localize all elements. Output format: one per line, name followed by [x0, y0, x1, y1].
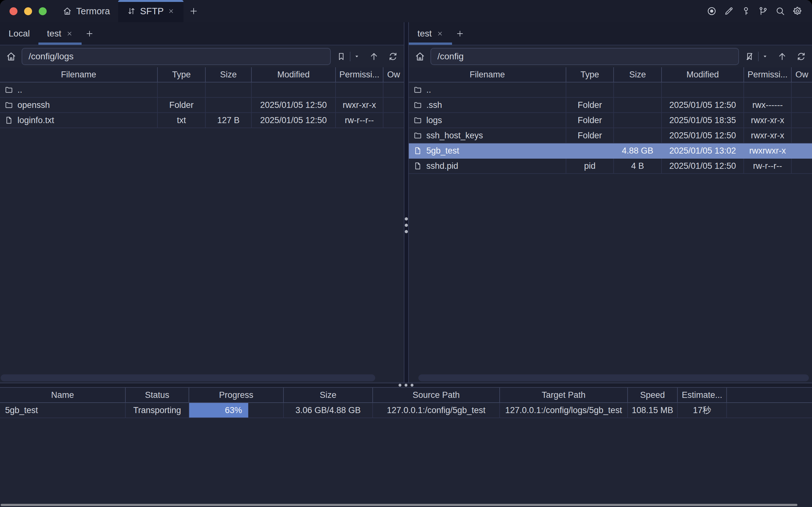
column-header-size[interactable]: Size: [206, 67, 252, 82]
column-header-modified[interactable]: Modified: [662, 67, 744, 82]
file-row-logs[interactable]: logs Folder 2025/01/05 18:35 rwxr-xr-x: [409, 113, 812, 128]
right-horizontal-scrollbar[interactable]: [410, 374, 810, 381]
folder-icon: [413, 116, 422, 125]
new-pane-tab-button[interactable]: [456, 30, 464, 38]
toolbar-divider: [758, 52, 759, 61]
transfer-table: Name Status Progress Size Source Path Ta…: [0, 388, 812, 418]
size-cell: [614, 113, 662, 127]
column-header-size[interactable]: Size: [614, 67, 662, 82]
file-name: logs: [426, 115, 442, 125]
column-header-target-path[interactable]: Target Path: [500, 388, 628, 402]
left-horizontal-scrollbar[interactable]: [1, 374, 402, 381]
column-header-type[interactable]: Type: [158, 67, 206, 82]
search-icon[interactable]: [775, 6, 785, 16]
refresh-icon[interactable]: [388, 51, 398, 62]
transfer-estimate-cell: 17秒: [678, 403, 727, 417]
left-tabstrip: Local test: [0, 22, 404, 45]
left-toolbar: /config/logs: [0, 45, 404, 67]
filename-cell: ..: [0, 82, 158, 97]
active-tab-accent: [118, 0, 183, 2]
owner-cell: [792, 98, 812, 112]
tab-termora[interactable]: Termora: [54, 0, 118, 22]
tab-test-right[interactable]: test: [409, 22, 452, 45]
filename-cell: ..: [409, 82, 566, 97]
owner-cell: [792, 128, 812, 143]
maximize-window-button[interactable]: [39, 7, 47, 15]
toolbar-divider: [350, 52, 350, 61]
close-icon[interactable]: [168, 8, 175, 15]
path-input[interactable]: /config/logs: [21, 48, 331, 65]
edit-icon[interactable]: [724, 6, 734, 16]
minimize-window-button[interactable]: [24, 7, 32, 15]
scrollbar-thumb[interactable]: [1, 374, 375, 381]
caret-down-icon[interactable]: [762, 53, 768, 60]
type-cell: Folder: [566, 128, 614, 143]
modified-cell: 2025/01/05 12:50: [662, 98, 744, 112]
column-header-name[interactable]: Name: [0, 388, 126, 402]
left-file-table: Filename Type Size Modified Permissi... …: [0, 67, 404, 383]
column-header-owner[interactable]: Ow: [792, 67, 812, 82]
file-row-openssh[interactable]: openssh Folder 2025/01/05 12:50 rwxr-xr-…: [0, 98, 404, 113]
record-icon[interactable]: [707, 6, 717, 16]
column-header-speed[interactable]: Speed: [628, 388, 678, 402]
parent-directory-icon[interactable]: [777, 51, 787, 62]
column-header-filename[interactable]: Filename: [409, 67, 566, 82]
column-header-size[interactable]: Size: [284, 388, 373, 402]
key-icon[interactable]: [741, 6, 751, 16]
home-icon[interactable]: [415, 51, 425, 62]
file-row-loginfo[interactable]: loginfo.txt txt 127 B 2025/01/05 12:50 r…: [0, 113, 404, 128]
type-cell: [158, 82, 206, 97]
file-row-parent[interactable]: ..: [0, 82, 404, 98]
file-row-5gb-test-selected[interactable]: 5gb_test 4.88 GB 2025/01/05 13:02 rwxrwx…: [409, 144, 812, 159]
column-header-permissions[interactable]: Permissi...: [744, 67, 792, 82]
branch-icon[interactable]: [758, 6, 768, 16]
caret-down-icon[interactable]: [354, 53, 360, 60]
folder-icon: [4, 101, 13, 109]
file-name: ssh_host_keys: [426, 131, 483, 140]
horizontal-splitter[interactable]: [0, 383, 812, 388]
left-file-pane: Local test /config/logs: [0, 22, 404, 383]
filename-cell: ssh_host_keys: [409, 128, 566, 143]
parent-directory-icon[interactable]: [369, 51, 379, 62]
column-header-status[interactable]: Status: [126, 388, 189, 402]
right-file-pane: test /config Filename Type: [409, 22, 812, 383]
tab-local[interactable]: Local: [0, 22, 39, 45]
file-row-ssh[interactable]: .ssh Folder 2025/01/05 12:50 rwx------: [409, 98, 812, 113]
filename-cell: loginfo.txt: [0, 113, 158, 127]
bookmark-icon[interactable]: [336, 52, 346, 61]
close-window-button[interactable]: [9, 7, 17, 15]
close-icon[interactable]: [66, 30, 73, 37]
type-cell: [566, 144, 614, 158]
column-header-source-path[interactable]: Source Path: [373, 388, 500, 402]
file-row-ssh-host-keys[interactable]: ssh_host_keys Folder 2025/01/05 12:50 rw…: [409, 128, 812, 144]
progress-bar: 63%: [189, 403, 248, 417]
window-horizontal-scrollbar[interactable]: [1, 504, 797, 506]
file-row-parent[interactable]: ..: [409, 82, 812, 98]
settings-icon[interactable]: [792, 6, 803, 16]
new-tab-button[interactable]: [189, 7, 198, 15]
home-icon[interactable]: [6, 51, 16, 62]
file-icon: [413, 146, 422, 155]
tab-test-left[interactable]: test: [39, 22, 82, 45]
column-header-modified[interactable]: Modified: [252, 67, 336, 82]
column-header-estimate[interactable]: Estimate...: [678, 388, 727, 402]
new-pane-tab-button[interactable]: [86, 30, 94, 38]
transfer-row-5gb-test[interactable]: 5gb_test Transporting 63% 3.06 GB/4.88 G…: [0, 403, 812, 418]
modified-cell: 2025/01/05 12:50: [252, 113, 336, 127]
bookmark-off-icon[interactable]: [745, 52, 754, 61]
column-header-owner[interactable]: Ow: [383, 67, 404, 82]
close-icon[interactable]: [436, 30, 443, 37]
file-panes: Local test /config/logs: [0, 22, 812, 383]
refresh-icon[interactable]: [796, 51, 806, 62]
path-input[interactable]: /config: [430, 48, 739, 65]
type-cell: Folder: [158, 98, 206, 112]
vertical-splitter[interactable]: [404, 22, 409, 383]
column-header-permissions[interactable]: Permissi...: [336, 67, 383, 82]
column-header-type[interactable]: Type: [566, 67, 614, 82]
modified-cell: [252, 82, 336, 97]
file-row-sshd-pid[interactable]: sshd.pid pid 4 B 2025/01/05 12:50 rw-r--…: [409, 159, 812, 174]
scrollbar-thumb[interactable]: [418, 374, 809, 381]
column-header-progress[interactable]: Progress: [189, 388, 284, 402]
tab-sftp[interactable]: SFTP: [118, 0, 183, 22]
column-header-filename[interactable]: Filename: [0, 67, 158, 82]
